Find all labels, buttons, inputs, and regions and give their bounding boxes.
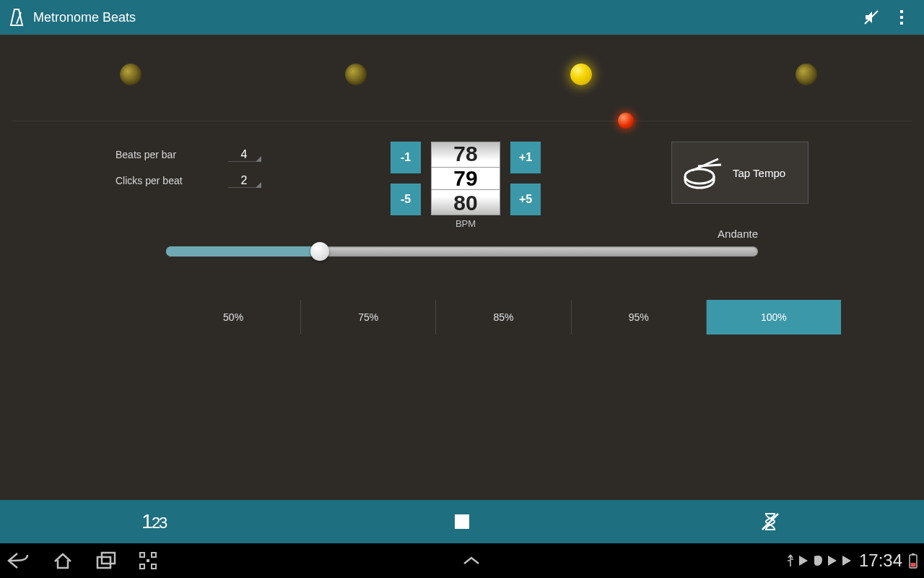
drum-icon xyxy=(682,152,723,193)
dropdown-icon xyxy=(256,182,261,188)
tempo-slider-thumb[interactable] xyxy=(310,242,329,261)
evernote-icon xyxy=(811,554,824,567)
bpm-current-value: 79 xyxy=(453,166,477,191)
status-tray[interactable]: 17:34 xyxy=(785,551,918,571)
bpm-control: -1 78 79 80 +1 -5 +5 BPM xyxy=(303,142,628,229)
metronome-icon xyxy=(7,8,26,27)
count-in-button[interactable]: 123 xyxy=(0,500,308,543)
bpm-next-value: 80 xyxy=(453,191,477,215)
svg-rect-2 xyxy=(900,10,903,13)
tempo-slider-fill xyxy=(166,246,320,256)
tempo-slider[interactable] xyxy=(166,246,758,256)
tempo-name-label: Andante xyxy=(718,228,758,240)
beat-indicator-1[interactable] xyxy=(120,64,141,85)
beats-per-bar-label: Beats per bar xyxy=(116,149,176,160)
bpm-plus-5-button[interactable]: +5 xyxy=(510,184,541,215)
app-bar: Metronome Beats xyxy=(0,0,924,35)
play-store-icon xyxy=(840,554,853,567)
stop-icon xyxy=(455,514,469,529)
action-bar: 123 xyxy=(0,500,924,543)
system-nav-bar: 17:34 xyxy=(0,543,924,578)
status-clock: 17:34 xyxy=(859,551,902,571)
svg-point-5 xyxy=(685,169,714,184)
svg-rect-3 xyxy=(900,16,903,19)
app-title: Metronome Beats xyxy=(33,10,136,25)
speed-50-button[interactable]: 50% xyxy=(166,300,300,335)
svg-rect-12 xyxy=(152,553,156,557)
subbeat-indicator xyxy=(618,113,634,129)
bpm-minus-1-button[interactable]: -1 xyxy=(391,142,421,173)
bpm-wheel[interactable]: 78 79 80 xyxy=(431,142,500,215)
svg-rect-13 xyxy=(140,564,144,569)
mute-icon xyxy=(863,9,880,26)
play-store-icon xyxy=(826,554,839,567)
svg-line-8 xyxy=(762,514,778,530)
mute-button[interactable] xyxy=(856,2,886,33)
main-content: Beats per bar 4 Clicks per beat 2 -1 78 xyxy=(0,35,924,500)
usb-icon xyxy=(785,553,796,568)
back-icon[interactable] xyxy=(6,551,30,571)
dropdown-icon xyxy=(256,156,261,162)
svg-rect-18 xyxy=(911,563,916,567)
svg-rect-10 xyxy=(102,553,115,564)
clicks-per-beat-spinner[interactable]: 2 xyxy=(228,174,260,188)
screenshot-icon[interactable] xyxy=(139,551,157,570)
practice-speed-row: 50% 75% 85% 95% 100% xyxy=(83,300,841,335)
beat-indicator-row xyxy=(12,35,912,121)
svg-rect-14 xyxy=(152,564,156,569)
svg-rect-15 xyxy=(147,559,149,562)
svg-rect-4 xyxy=(900,22,903,25)
beats-per-bar-spinner[interactable]: 4 xyxy=(228,148,260,162)
time-signature-settings: Beats per bar 4 Clicks per beat 2 xyxy=(116,142,260,194)
battery-icon xyxy=(908,553,918,569)
speed-95-button[interactable]: 95% xyxy=(571,300,706,335)
beat-indicator-4[interactable] xyxy=(796,64,817,85)
tap-tempo-label: Tap Tempo xyxy=(733,167,785,179)
beat-indicator-3[interactable] xyxy=(570,64,592,85)
count-in-icon: 123 xyxy=(141,510,166,533)
controls-row: Beats per bar 4 Clicks per beat 2 -1 78 xyxy=(0,121,924,229)
bpm-plus-1-button[interactable]: +1 xyxy=(510,142,541,173)
recents-icon[interactable] xyxy=(95,551,117,570)
tempo-slider-area: Andante xyxy=(83,246,841,256)
beat-indicator-2[interactable] xyxy=(345,64,367,85)
speed-75-button[interactable]: 75% xyxy=(300,300,435,335)
speed-100-button[interactable]: 100% xyxy=(706,300,841,335)
play-store-icon xyxy=(797,554,810,567)
overflow-menu-button[interactable] xyxy=(886,2,917,33)
play-stop-button[interactable] xyxy=(308,500,616,543)
svg-rect-11 xyxy=(140,553,144,557)
bpm-minus-5-button[interactable]: -5 xyxy=(391,184,421,215)
expand-icon[interactable] xyxy=(461,555,481,566)
svg-rect-9 xyxy=(97,557,110,568)
overflow-icon xyxy=(899,9,904,25)
tap-tempo-button[interactable]: Tap Tempo xyxy=(671,142,808,204)
svg-rect-17 xyxy=(912,553,915,555)
hourglass-off-icon xyxy=(759,511,781,532)
timer-button[interactable] xyxy=(616,500,924,543)
home-icon[interactable] xyxy=(52,551,74,571)
bpm-unit-label: BPM xyxy=(456,218,476,229)
svg-line-7 xyxy=(698,165,721,166)
speed-85-button[interactable]: 85% xyxy=(435,300,570,335)
clicks-per-beat-label: Clicks per beat xyxy=(116,175,183,186)
bpm-prev-value: 78 xyxy=(453,142,477,166)
